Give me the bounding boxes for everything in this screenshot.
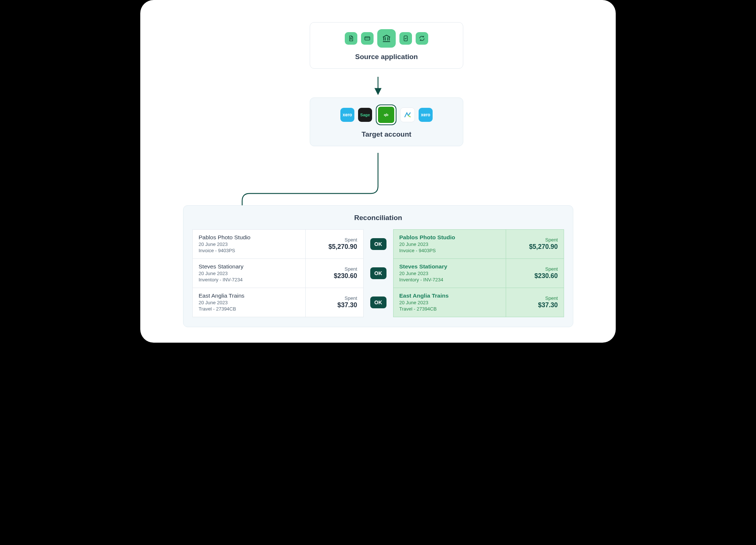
spent-label: Spent (512, 237, 558, 243)
target-title: Target account (319, 130, 454, 138)
spent-label: Spent (312, 266, 357, 272)
vendor-name: East Anglia Trains (399, 292, 500, 299)
diagram-stage: Source application xero Sage qb xero Tar… (140, 0, 616, 343)
source-transaction: East Anglia Trains20 June 2023Travel - 2… (192, 288, 364, 317)
transaction-amount: Spent$5,270.90 (506, 230, 564, 258)
reconciliation-row: Pablos Photo Studio20 June 2023Invoice -… (192, 229, 564, 258)
source-transaction: Pablos Photo Studio20 June 2023Invoice -… (192, 229, 364, 258)
source-transaction: Steves Stationary20 June 2023Inventory -… (192, 258, 364, 288)
transaction-amount: Spent$37.30 (506, 288, 564, 317)
vendor-name: Pablos Photo Studio (199, 234, 299, 241)
xero-logo: xero (340, 108, 354, 122)
transaction-amount: Spent$230.60 (506, 259, 564, 288)
transaction-detail: Invoice - 9403PS (199, 248, 299, 253)
reconciliation-rows: Pablos Photo Studio20 June 2023Invoice -… (192, 229, 564, 317)
target-account-card: xero Sage qb xero Target account (310, 97, 463, 146)
transaction-detail: Inventory - INV-7234 (199, 277, 299, 282)
transaction-info: Pablos Photo Studio20 June 2023Invoice -… (193, 230, 306, 258)
transaction-info: Steves Stationary20 June 2023Inventory -… (193, 259, 306, 288)
transaction-date: 20 June 2023 (199, 241, 299, 247)
matched-transaction: Steves Stationary20 June 2023Inventory -… (393, 258, 564, 288)
spent-label: Spent (512, 295, 558, 301)
transaction-date: 20 June 2023 (399, 300, 500, 305)
spent-label: Spent (312, 295, 357, 301)
sage-logo: Sage (358, 108, 372, 122)
matched-transaction: Pablos Photo Studio20 June 2023Invoice -… (393, 229, 564, 258)
target-logo-row: xero Sage qb xero (319, 104, 454, 125)
source-icon-row (319, 29, 454, 48)
xero-logo-2: xero (419, 108, 433, 122)
freeagent-logo (400, 107, 415, 122)
transaction-date: 20 June 2023 (199, 300, 299, 305)
transaction-detail: Inventory - INV-7234 (399, 277, 500, 282)
amount-value: $37.30 (312, 301, 357, 309)
vendor-name: Steves Stationary (399, 263, 500, 270)
transaction-detail: Travel - 27394CB (399, 306, 500, 312)
transaction-amount: Spent$230.60 (306, 259, 363, 288)
transaction-info: Steves Stationary20 June 2023Inventory -… (394, 259, 506, 288)
transaction-info: East Anglia Trains20 June 2023Travel - 2… (394, 288, 506, 317)
transaction-detail: Travel - 27394CB (199, 306, 299, 312)
source-title: Source application (319, 53, 454, 61)
spent-label: Spent (512, 266, 558, 272)
card-icon (361, 32, 374, 45)
amount-value: $230.60 (312, 272, 357, 280)
transaction-detail: Invoice - 9403PS (399, 248, 500, 253)
bank-icon (377, 29, 396, 48)
document-icon (345, 32, 357, 45)
source-application-card: Source application (310, 22, 463, 69)
transaction-date: 20 June 2023 (399, 241, 500, 247)
sync-icon (416, 32, 428, 45)
amount-value: $230.60 (512, 272, 558, 280)
transaction-amount: Spent$37.30 (306, 288, 363, 317)
svg-text:qb: qb (384, 113, 388, 117)
transaction-date: 20 June 2023 (399, 271, 500, 276)
ok-button[interactable]: OK (370, 238, 386, 250)
transaction-amount: Spent$5,270.90 (306, 230, 363, 258)
amount-value: $5,270.90 (312, 243, 357, 251)
svg-rect-0 (365, 37, 370, 40)
amount-value: $37.30 (512, 301, 558, 309)
reconciliation-title: Reconciliation (192, 214, 564, 222)
amount-value: $5,270.90 (512, 243, 558, 251)
matched-transaction: East Anglia Trains20 June 2023Travel - 2… (393, 288, 564, 317)
arrow-source-to-target (375, 77, 381, 95)
transaction-info: East Anglia Trains20 June 2023Travel - 2… (193, 288, 306, 317)
ok-button[interactable]: OK (370, 297, 386, 308)
reconciliation-panel: Reconciliation Pablos Photo Studio20 Jun… (183, 205, 573, 327)
transaction-date: 20 June 2023 (199, 271, 299, 276)
spent-label: Spent (312, 237, 357, 243)
reconciliation-row: Steves Stationary20 June 2023Inventory -… (192, 258, 564, 288)
transaction-info: Pablos Photo Studio20 June 2023Invoice -… (394, 230, 506, 258)
ok-button[interactable]: OK (370, 267, 386, 279)
receipt-icon (399, 32, 412, 45)
reconciliation-row: East Anglia Trains20 June 2023Travel - 2… (192, 288, 564, 317)
vendor-name: East Anglia Trains (199, 292, 299, 299)
quickbooks-logo: qb (376, 104, 396, 125)
vendor-name: Pablos Photo Studio (399, 234, 500, 241)
vendor-name: Steves Stationary (199, 263, 299, 270)
